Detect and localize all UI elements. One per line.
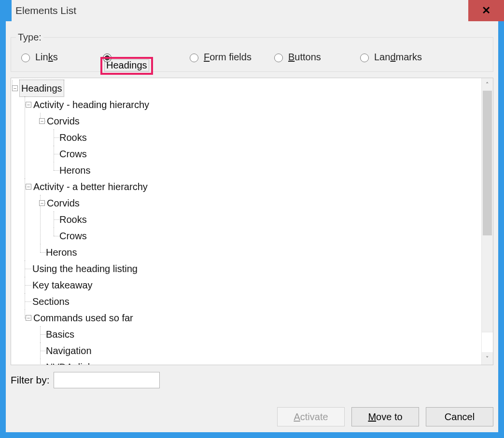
tree-item[interactable]: Rooks xyxy=(59,211,480,228)
scroll-blank xyxy=(482,332,493,352)
tree-item[interactable]: Navigation xyxy=(46,342,480,359)
tree-item[interactable]: −Corvids xyxy=(46,113,480,129)
type-radio-row: Links Headings Form fields Buttons Landm… xyxy=(16,52,488,63)
tree-item[interactable]: −Activity - a better hierarchy xyxy=(32,178,480,195)
client-area: Type: Links Headings Form fields Buttons xyxy=(6,21,498,432)
radio-buttons-input[interactable] xyxy=(274,54,283,62)
type-group: Type: Links Headings Form fields Buttons xyxy=(11,32,493,72)
radio-landmarks-input[interactable] xyxy=(360,54,369,62)
collapse-icon[interactable]: − xyxy=(39,118,45,124)
collapse-icon[interactable]: − xyxy=(39,200,45,206)
radio-formfields[interactable]: Form fields xyxy=(187,52,272,63)
tree-root[interactable]: −Headings xyxy=(19,80,480,96)
tree-item[interactable]: Basics xyxy=(46,326,480,342)
titlebar: Elements List ✕ xyxy=(0,0,504,21)
collapse-icon[interactable]: − xyxy=(12,85,18,91)
tree-item[interactable]: Herons xyxy=(46,244,480,260)
moveto-button[interactable]: Move to xyxy=(351,407,419,426)
collapse-icon[interactable]: − xyxy=(26,315,31,321)
window-title: Elements List xyxy=(12,0,468,21)
tree-item[interactable]: −Commands used so far xyxy=(32,310,480,326)
radio-links-label: Links xyxy=(35,52,58,63)
collapse-icon[interactable]: − xyxy=(26,102,31,108)
type-legend: Type: xyxy=(16,32,43,43)
scroll-thumb[interactable] xyxy=(483,91,492,235)
radio-landmarks[interactable]: Landmarks xyxy=(358,52,445,63)
radio-links[interactable]: Links xyxy=(16,52,100,63)
scrollbar[interactable]: ˄ ˅ xyxy=(481,78,493,365)
tree-item[interactable]: Crows xyxy=(59,228,480,244)
radio-formfields-input[interactable] xyxy=(190,54,198,62)
radio-headings[interactable]: Headings xyxy=(100,52,187,63)
tree-item[interactable]: Using the heading listing xyxy=(32,260,480,277)
filter-input[interactable] xyxy=(54,372,160,388)
tree-item[interactable]: −Activity - heading hierarchy xyxy=(32,96,480,113)
collapse-icon[interactable]: − xyxy=(26,184,31,190)
filter-label: Filter by: xyxy=(11,374,50,386)
tree-item[interactable]: Herons xyxy=(59,162,480,178)
tree[interactable]: −Headings −Activity - heading hierarchy … xyxy=(11,78,481,365)
scroll-up-icon[interactable]: ˄ xyxy=(482,78,493,91)
buttons-row: Activate Move to Cancel xyxy=(277,407,493,426)
tree-item[interactable]: Rooks xyxy=(59,129,480,146)
tree-item[interactable]: Crows xyxy=(59,146,480,162)
radio-headings-input[interactable] xyxy=(103,54,112,62)
tree-container: −Headings −Activity - heading hierarchy … xyxy=(11,78,493,365)
radio-links-input[interactable] xyxy=(21,54,30,62)
scroll-track[interactable] xyxy=(482,91,493,332)
close-icon: ✕ xyxy=(482,4,490,17)
close-button[interactable]: ✕ xyxy=(468,0,504,21)
tree-item[interactable]: Key takeaway xyxy=(32,277,480,293)
activate-button[interactable]: Activate xyxy=(277,407,345,426)
radio-formfields-label: Form fields xyxy=(204,52,252,63)
filter-row: Filter by: xyxy=(11,372,493,388)
radio-buttons-label: Buttons xyxy=(288,52,321,63)
tree-item[interactable]: −Corvids xyxy=(46,195,480,211)
tree-item[interactable]: Sections xyxy=(32,293,480,310)
cancel-button[interactable]: Cancel xyxy=(426,407,493,426)
radio-landmarks-label: Landmarks xyxy=(374,52,422,63)
scroll-down-icon[interactable]: ˅ xyxy=(482,352,493,365)
window: Elements List ✕ Type: Links Headings For… xyxy=(0,0,504,438)
radio-buttons[interactable]: Buttons xyxy=(272,52,358,63)
tree-item[interactable]: NVDA dialogs xyxy=(46,359,480,365)
